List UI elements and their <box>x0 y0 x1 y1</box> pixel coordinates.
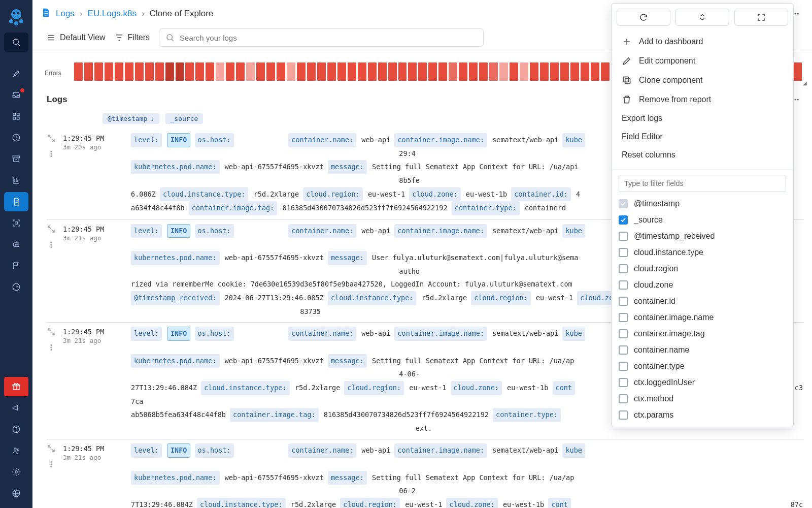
action-edit-component[interactable]: Edit component <box>612 51 793 71</box>
filters-label: Filters <box>128 33 150 42</box>
checkbox[interactable] <box>619 329 628 338</box>
svg-point-12 <box>16 139 17 140</box>
checkbox[interactable] <box>619 232 628 241</box>
expand-icon[interactable] <box>47 225 55 235</box>
action-export-logs[interactable]: Export logs <box>612 109 793 128</box>
checkbox[interactable] <box>619 378 628 387</box>
field-item[interactable]: container.image.name <box>619 313 786 322</box>
svg-rect-13 <box>13 156 20 158</box>
row-more-icon[interactable] <box>47 460 55 470</box>
nav-announce[interactable] <box>4 398 28 418</box>
log-row[interactable]: 1:29:45 PM3m 21s agolevel: INFO os.host:… <box>47 439 804 508</box>
nav-gift[interactable] <box>4 377 28 396</box>
field-item[interactable]: container.id <box>619 297 786 306</box>
svg-point-25 <box>15 471 18 473</box>
column-timestamp[interactable]: @timestamp↓ <box>103 113 159 124</box>
field-item[interactable]: container.name <box>619 345 786 355</box>
fullscreen-button[interactable] <box>734 9 788 26</box>
breadcrumb-mid[interactable]: EU.Logs.k8s <box>88 9 137 19</box>
field-item[interactable]: cloud.region <box>619 264 786 273</box>
action-clone-component[interactable]: Clone component <box>612 71 793 90</box>
checkbox <box>619 199 628 208</box>
field-label: ctx.params <box>634 410 673 420</box>
nav-logs[interactable] <box>4 192 28 211</box>
nav-grid[interactable] <box>4 107 28 126</box>
filters-button[interactable]: Filters <box>115 33 150 42</box>
search-input[interactable] <box>180 34 477 42</box>
nav-rocket[interactable] <box>4 64 28 83</box>
checkbox[interactable] <box>619 313 628 322</box>
brand-logo[interactable] <box>4 4 28 28</box>
action-add-dashboard[interactable]: Add to dashboard <box>612 32 793 51</box>
action-field-editor[interactable]: Field Editor <box>612 128 793 146</box>
field-item[interactable]: container.image.tag <box>619 329 786 338</box>
nav-scan[interactable] <box>4 213 28 233</box>
field-item[interactable]: @timestamp_received <box>619 232 786 241</box>
checkbox[interactable] <box>619 280 628 290</box>
checkbox[interactable] <box>619 264 628 273</box>
column-source[interactable]: _source <box>165 113 204 124</box>
expand-icon[interactable] <box>47 328 55 337</box>
sort-desc-icon: ↓ <box>150 115 154 122</box>
svg-point-37 <box>51 151 52 152</box>
field-item[interactable]: cloud.zone <box>619 280 786 290</box>
expand-icon[interactable] <box>47 444 55 454</box>
expand-icon[interactable] <box>47 134 55 144</box>
default-view-button[interactable]: Default View <box>47 33 106 42</box>
action-remove-report[interactable]: Remove from report <box>612 90 793 109</box>
nav-settings[interactable] <box>4 462 28 482</box>
nav-chart[interactable] <box>4 171 28 190</box>
chevrons-icon <box>698 13 707 22</box>
field-item[interactable]: container.type <box>619 362 786 371</box>
row-more-icon[interactable] <box>47 343 55 353</box>
field-item[interactable]: _source <box>619 215 786 225</box>
checkbox[interactable] <box>619 297 628 306</box>
source-cell: level: INFO os.host: container.name: web… <box>131 443 804 508</box>
breadcrumb-logs[interactable]: Logs <box>56 9 75 19</box>
row-controls <box>47 327 56 435</box>
checkbox[interactable] <box>619 394 628 403</box>
checkbox[interactable] <box>619 410 628 420</box>
svg-point-36 <box>797 99 799 101</box>
resize-handle-icon[interactable]: ◢ <box>803 80 807 86</box>
row-more-icon[interactable] <box>47 150 55 160</box>
search-box[interactable] <box>159 28 484 47</box>
timestamp-cell: 1:29:45 PM3m 21s ago <box>63 443 124 508</box>
nav-help[interactable] <box>4 420 28 439</box>
nav-archive[interactable] <box>4 149 28 169</box>
checkbox[interactable] <box>619 345 628 355</box>
field-item[interactable]: @timestamp <box>619 199 786 208</box>
nav-gauge[interactable] <box>4 277 28 297</box>
svg-rect-55 <box>625 79 630 84</box>
checkbox[interactable] <box>619 248 628 257</box>
field-item[interactable]: ctx.params <box>619 410 786 420</box>
collapse-button[interactable] <box>675 9 729 26</box>
field-label: container.image.tag <box>634 329 705 338</box>
field-item[interactable]: ctx.loggedInUser <box>619 378 786 387</box>
nav-bot[interactable] <box>4 235 28 254</box>
row-controls <box>47 443 56 508</box>
svg-point-22 <box>16 431 17 431</box>
action-reset-columns[interactable]: Reset columns <box>612 146 793 164</box>
svg-point-48 <box>51 466 52 468</box>
nav-flag[interactable] <box>4 256 28 275</box>
field-item[interactable]: cloud.instance.type <box>619 248 786 257</box>
maximize-icon <box>757 13 766 22</box>
field-label: cloud.instance.type <box>634 248 703 257</box>
nav-team[interactable] <box>4 441 28 460</box>
nav-globe[interactable] <box>4 484 28 503</box>
field-label: @timestamp <box>634 199 680 208</box>
row-more-icon[interactable] <box>47 241 55 250</box>
refresh-button[interactable] <box>617 9 670 26</box>
nav-inbox[interactable] <box>4 85 28 105</box>
field-filter-input[interactable] <box>619 175 786 192</box>
checkbox[interactable] <box>619 362 628 371</box>
row-controls <box>47 133 56 215</box>
field-label: container.type <box>634 362 685 371</box>
nav-alert[interactable] <box>4 128 28 147</box>
field-item[interactable]: ctx.method <box>619 394 786 403</box>
checkbox[interactable] <box>619 215 628 225</box>
trash-icon <box>622 94 632 105</box>
nav-search[interactable] <box>4 33 28 52</box>
copy-icon <box>622 75 632 85</box>
